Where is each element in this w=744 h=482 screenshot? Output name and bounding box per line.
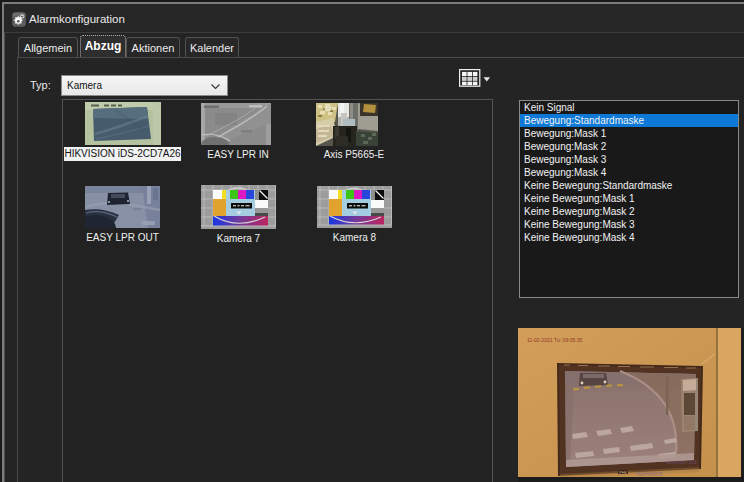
svg-text:PHK: PHK: [619, 470, 628, 475]
svg-text:11-02-2021 Tu: 09:05:35: 11-02-2021 Tu: 09:05:35: [527, 337, 583, 343]
svg-text:TECHWOOD: TECHWOOD: [636, 472, 663, 477]
